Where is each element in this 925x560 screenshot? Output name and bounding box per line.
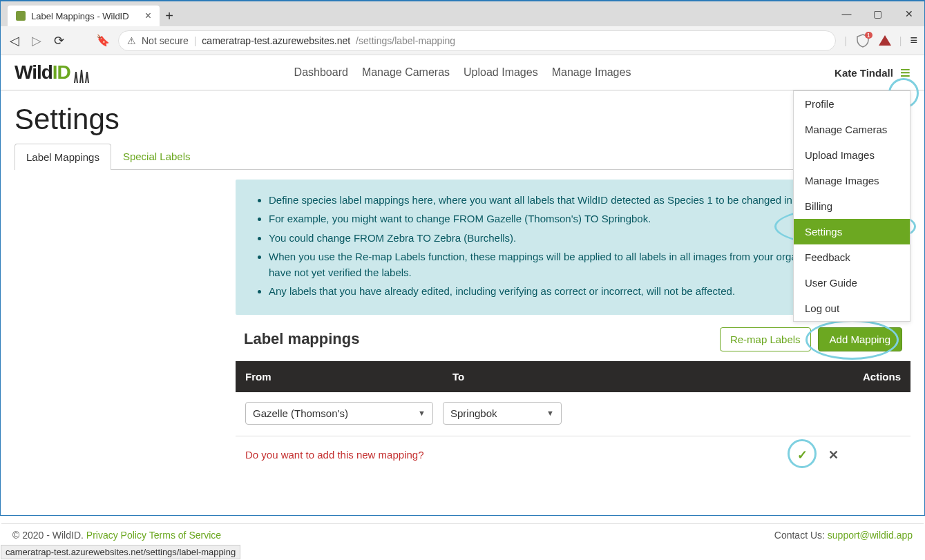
confirm-check-icon[interactable]: ✓ [797, 448, 808, 462]
user-dropdown: Profile Manage Cameras Upload Images Man… [793, 90, 910, 322]
tab-close-icon[interactable]: × [145, 10, 151, 21]
app-logo[interactable]: WildID [15, 61, 93, 84]
window-close-button[interactable]: ✕ [893, 1, 924, 26]
nav-upload-images[interactable]: Upload Images [464, 66, 538, 79]
forward-button[interactable]: ▷ [30, 33, 44, 48]
browser-titlebar: Label Mappings - WildID × + — ▢ ✕ [1, 1, 924, 26]
menu-billing[interactable]: Billing [794, 193, 910, 219]
menu-manage-images[interactable]: Manage Images [794, 168, 910, 193]
url-host: cameratrap-test.azurewebsites.net [202, 35, 350, 46]
tab-special-labels[interactable]: Special Labels [111, 143, 202, 169]
brave-icon[interactable] [879, 35, 891, 46]
window-minimize-button[interactable]: — [831, 1, 862, 26]
browser-menu-icon[interactable]: ≡ [910, 33, 917, 48]
menu-upload-images[interactable]: Upload Images [794, 142, 910, 168]
user-name[interactable]: Kate Tindall [835, 67, 893, 79]
confirm-prompt: Do you want to add this new mapping? [245, 449, 424, 461]
to-select[interactable]: Springbok ▼ [443, 402, 562, 425]
browser-toolbar: ◁ ▷ ⟳ 🔖 ⚠ Not secure | cameratrap-test.a… [1, 26, 924, 55]
tab-favicon [16, 11, 26, 21]
col-header-actions: Actions [832, 371, 901, 383]
nav-dashboard[interactable]: Dashboard [294, 66, 348, 79]
app-header: WildID Dashboard Manage Cameras Upload I… [1, 55, 924, 90]
col-header-to: To [452, 371, 832, 383]
logo-silhouette-icon [73, 66, 93, 82]
page-title: Settings [15, 103, 910, 136]
window-maximize-button[interactable]: ▢ [862, 1, 893, 26]
from-select[interactable]: Gazelle (Thomson's) ▼ [245, 402, 433, 425]
logo-text-accent: ID [53, 61, 70, 83]
bookmark-icon[interactable]: 🔖 [96, 34, 110, 47]
tab-title: Label Mappings - WildID [31, 11, 129, 21]
app-menu-icon[interactable]: ≡ [900, 62, 910, 83]
nav-manage-cameras[interactable]: Manage Cameras [362, 66, 450, 79]
menu-log-out[interactable]: Log out [794, 296, 910, 321]
logo-text-main: Wild [15, 61, 53, 83]
back-button[interactable]: ◁ [8, 33, 21, 48]
security-label: Not secure [142, 35, 189, 46]
nav-manage-images[interactable]: Manage Images [552, 66, 631, 79]
shield-badge-count: 1 [865, 32, 872, 39]
shield-icon[interactable]: 1 [855, 34, 870, 48]
menu-profile[interactable]: Profile [794, 91, 910, 117]
section-title: Label mappings [244, 330, 359, 348]
url-path: /settings/label-mapping [356, 35, 455, 46]
chevron-down-icon: ▼ [546, 409, 554, 417]
warning-icon: ⚠ [127, 35, 136, 46]
table-header: From To Actions [236, 361, 910, 392]
tab-label-mappings[interactable]: Label Mappings [15, 144, 111, 170]
menu-user-guide[interactable]: User Guide [794, 270, 910, 296]
menu-settings[interactable]: Settings [794, 219, 910, 244]
col-header-from: From [245, 371, 452, 383]
new-tab-button[interactable]: + [160, 6, 179, 26]
remap-labels-button[interactable]: Re-map Labels [720, 327, 811, 351]
menu-manage-cameras[interactable]: Manage Cameras [794, 117, 910, 142]
address-bar[interactable]: ⚠ Not secure | cameratrap-test.azurewebs… [118, 30, 836, 51]
reload-button[interactable]: ⟳ [52, 33, 66, 48]
table-row: Gazelle (Thomson's) ▼ Springbok ▼ [236, 392, 910, 425]
menu-feedback[interactable]: Feedback [794, 244, 910, 270]
to-value: Springbok [450, 407, 497, 419]
add-mapping-button[interactable]: Add Mapping [818, 327, 902, 351]
confirm-cancel-icon[interactable]: ✕ [828, 447, 839, 463]
browser-tab[interactable]: Label Mappings - WildID × [8, 6, 160, 26]
from-value: Gazelle (Thomson's) [253, 407, 348, 419]
chevron-down-icon: ▼ [418, 409, 426, 417]
